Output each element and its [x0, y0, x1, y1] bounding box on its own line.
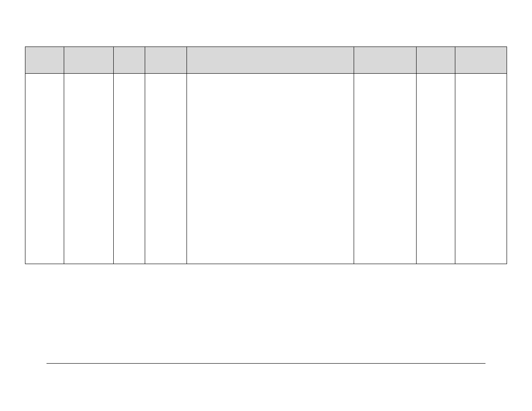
- table-cell: [455, 74, 507, 264]
- table-header-cell: [25, 47, 64, 74]
- table-cell: [187, 74, 354, 264]
- table-header-cell: [187, 47, 354, 74]
- table-header-cell: [64, 47, 113, 74]
- table-cell: [354, 74, 417, 264]
- table-header-cell: [113, 47, 145, 74]
- table-row: [25, 74, 507, 264]
- table-header-cell: [417, 47, 455, 74]
- table-header-cell: [145, 47, 187, 74]
- table-header-cell: [354, 47, 417, 74]
- table-cell: [25, 74, 64, 264]
- data-table-container: [25, 47, 507, 264]
- table-header-cell: [455, 47, 507, 74]
- data-table: [25, 47, 507, 264]
- table-cell: [64, 74, 113, 264]
- table-header-row: [25, 47, 507, 74]
- table-cell: [417, 74, 455, 264]
- table-cell: [113, 74, 145, 264]
- table-cell: [145, 74, 187, 264]
- footer-divider: [47, 363, 485, 364]
